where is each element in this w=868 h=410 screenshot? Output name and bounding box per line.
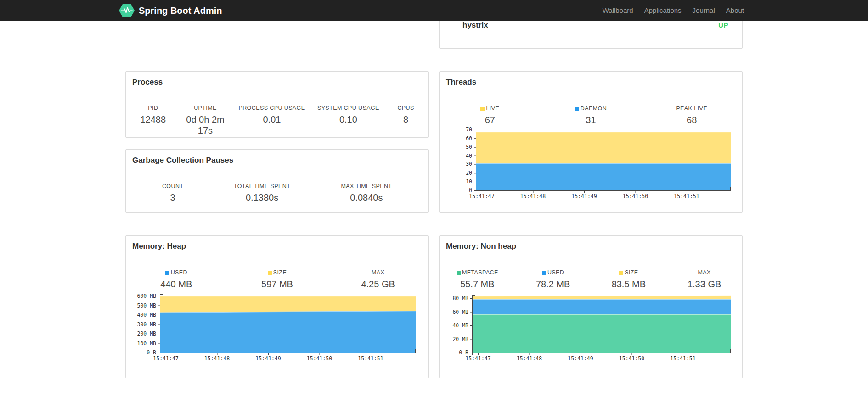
svg-text:15:41:51: 15:41:51 xyxy=(674,193,699,199)
gc-metrics: COUNT3TOTAL TIME SPENT0.1380sMAX TIME SP… xyxy=(126,183,428,203)
legend-swatch-icon xyxy=(457,271,461,275)
application-status-badge: UP xyxy=(718,21,728,29)
svg-text:20 MB: 20 MB xyxy=(452,336,468,342)
legend-swatch-icon xyxy=(268,271,272,275)
svg-text:60 MB: 60 MB xyxy=(452,309,468,315)
svg-text:50: 50 xyxy=(466,144,472,150)
metric-size: SIZE597 MB xyxy=(227,269,328,290)
nav-link-about[interactable]: About xyxy=(721,0,750,21)
svg-text:70: 70 xyxy=(466,127,472,133)
metric-label: PEAK LIVE xyxy=(641,105,742,112)
svg-text:80 MB: 80 MB xyxy=(452,295,468,302)
metric-count: COUNT3 xyxy=(126,183,220,203)
metric-max: MAX1.33 GB xyxy=(666,269,742,290)
legend-swatch-icon xyxy=(542,271,546,275)
metric-peak-live: PEAK LIVE68 xyxy=(641,105,742,125)
navbar: Spring Boot Admin WallboardApplicationsJ… xyxy=(0,0,868,21)
svg-text:15:41:47: 15:41:47 xyxy=(153,355,178,362)
legend-swatch-icon xyxy=(165,271,169,275)
threads-card: Threads LIVE67DAEMON31PEAK LIVE68 010203… xyxy=(439,71,743,213)
metric-used: USED440 MB xyxy=(126,269,227,290)
nav-item-journal: Journal xyxy=(687,0,721,21)
metric-process-cpu-usage: PROCESS CPU USAGE0.01 xyxy=(230,105,313,136)
nav-item-about: About xyxy=(721,0,750,21)
metric-value: 31 xyxy=(541,114,642,125)
metric-cpus: CPUS8 xyxy=(383,105,428,136)
svg-text:15:41:50: 15:41:50 xyxy=(623,193,648,199)
svg-text:15:41:51: 15:41:51 xyxy=(670,355,695,362)
nav-link-wallboard[interactable]: Wallboard xyxy=(597,0,639,21)
metric-uptime: UPTIME0d 0h 2m 17s xyxy=(180,105,231,136)
metric-label: SYSTEM CPU USAGE xyxy=(314,105,383,112)
metric-value: 55.7 MB xyxy=(440,279,515,290)
metric-value: 83.5 MB xyxy=(591,279,667,290)
memory-non-heap-chart: 0 B20 MB40 MB60 MB80 MB15:41:4715:41:481… xyxy=(440,291,742,364)
svg-text:10: 10 xyxy=(466,178,472,185)
metric-label: COUNT xyxy=(126,183,220,190)
svg-text:300 MB: 300 MB xyxy=(137,321,156,328)
svg-text:15:41:51: 15:41:51 xyxy=(358,355,383,362)
threads-card-title: Threads xyxy=(440,72,742,93)
svg-text:15:41:47: 15:41:47 xyxy=(465,355,490,362)
svg-text:0 B: 0 B xyxy=(147,349,156,356)
metric-value: 0.1380s xyxy=(220,192,304,203)
metric-label: PID xyxy=(126,105,180,112)
brand-text: Spring Boot Admin xyxy=(139,6,222,16)
svg-text:15:41:47: 15:41:47 xyxy=(469,193,494,199)
gc-card: Garbage Collection Pauses COUNT3TOTAL TI… xyxy=(125,149,429,213)
metric-value: 68 xyxy=(641,114,742,125)
brand-link[interactable]: Spring Boot Admin xyxy=(119,4,222,17)
metric-live: LIVE67 xyxy=(440,105,541,125)
memory-heap-card-title: Memory: Heap xyxy=(126,236,428,257)
metric-used: USED78.2 MB xyxy=(515,269,591,290)
process-card-title: Process xyxy=(126,72,428,93)
metric-daemon: DAEMON31 xyxy=(541,105,642,125)
metric-label: METASPACE xyxy=(440,269,515,276)
svg-text:30: 30 xyxy=(466,161,472,167)
threads-chart: 01020304050607015:41:4715:41:4815:41:491… xyxy=(440,127,742,200)
metric-value: 1.33 GB xyxy=(666,279,742,290)
nav-link-journal[interactable]: Journal xyxy=(687,0,721,21)
svg-text:15:41:49: 15:41:49 xyxy=(571,193,597,199)
metric-system-cpu-usage: SYSTEM CPU USAGE0.10 xyxy=(314,105,383,136)
memory-heap-chart: 0 B100 MB200 MB300 MB400 MB500 MB600 MB1… xyxy=(126,291,428,364)
metric-value: 4.25 GB xyxy=(327,279,428,290)
metric-max: MAX4.25 GB xyxy=(327,269,428,290)
metric-value: 67 xyxy=(440,114,541,125)
threads-legend: LIVE67DAEMON31PEAK LIVE68 xyxy=(440,105,742,125)
metric-label: USED xyxy=(515,269,591,276)
metric-label: USED xyxy=(126,269,227,276)
metric-label: MAX xyxy=(327,269,428,276)
svg-text:400 MB: 400 MB xyxy=(137,312,156,318)
svg-text:0: 0 xyxy=(469,187,472,194)
legend-swatch-icon xyxy=(619,271,623,275)
svg-text:60: 60 xyxy=(466,135,472,142)
metric-total-time-spent: TOTAL TIME SPENT0.1380s xyxy=(220,183,304,203)
memory-non-heap-card-title: Memory: Non heap xyxy=(440,236,742,257)
svg-text:40 MB: 40 MB xyxy=(452,322,468,329)
metric-value: 597 MB xyxy=(227,279,328,290)
brand-logo-icon xyxy=(119,4,135,17)
metric-value: 440 MB xyxy=(126,279,227,290)
empty-left-column xyxy=(125,21,429,49)
metric-label: DAEMON xyxy=(541,105,642,112)
svg-text:15:41:49: 15:41:49 xyxy=(255,355,281,362)
metric-value: 0.0840s xyxy=(304,192,428,203)
metric-label: PROCESS CPU USAGE xyxy=(230,105,313,112)
process-metrics: PID12488UPTIME0d 0h 2m 17sPROCESS CPU US… xyxy=(126,105,428,136)
legend-swatch-icon xyxy=(480,107,485,111)
process-card: Process PID12488UPTIME0d 0h 2m 17sPROCES… xyxy=(125,71,429,138)
metric-label: TOTAL TIME SPENT xyxy=(220,183,304,190)
nav-menu: WallboardApplicationsJournalAbout xyxy=(597,0,750,21)
application-name: hystrix xyxy=(462,21,488,30)
memory-heap-legend: USED440 MBSIZE597 MBMAX4.25 GB xyxy=(126,269,428,290)
metric-value: 3 xyxy=(126,192,220,203)
metric-label: MAX xyxy=(666,269,742,276)
memory-non-heap-legend: METASPACE55.7 MBUSED78.2 MBSIZE83.5 MBMA… xyxy=(440,269,742,290)
metric-value: 78.2 MB xyxy=(515,279,591,290)
metric-label: UPTIME xyxy=(180,105,231,112)
legend-swatch-icon xyxy=(575,107,579,111)
memory-heap-card: Memory: Heap USED440 MBSIZE597 MBMAX4.25… xyxy=(125,235,429,378)
metric-size: SIZE83.5 MB xyxy=(591,269,667,290)
nav-link-applications[interactable]: Applications xyxy=(639,0,687,21)
